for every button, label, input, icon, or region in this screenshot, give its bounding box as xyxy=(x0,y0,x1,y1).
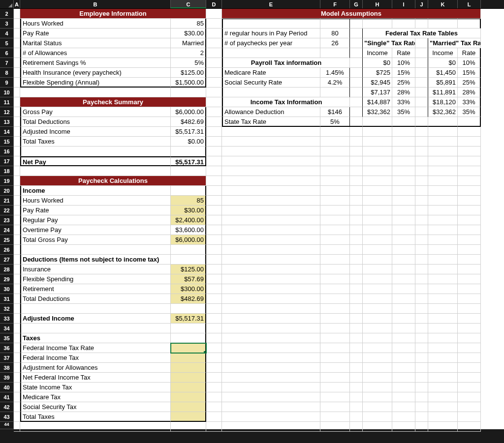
cell-K38[interactable] xyxy=(428,363,458,373)
cell-I3[interactable] xyxy=(392,19,415,29)
cell-D36[interactable] xyxy=(206,343,222,353)
cell-K21[interactable] xyxy=(428,196,458,206)
cell-J44[interactable] xyxy=(415,422,428,432)
cell-E10[interactable] xyxy=(222,88,320,97)
cell-F42[interactable] xyxy=(320,402,350,412)
cell-K29[interactable] xyxy=(428,274,458,284)
cell-H27[interactable] xyxy=(363,255,392,265)
cell-D7[interactable] xyxy=(206,58,222,68)
cell-I7[interactable]: 10% xyxy=(392,58,415,68)
cell-J35[interactable] xyxy=(415,333,428,343)
cell-J6[interactable] xyxy=(415,48,428,58)
cell-B4[interactable]: Pay Rate xyxy=(20,29,171,38)
cell-I41[interactable] xyxy=(392,392,415,402)
cell-C21[interactable]: 85 xyxy=(171,196,206,206)
row-header-16[interactable]: 16 xyxy=(0,147,14,156)
cell-B8[interactable]: Health Insurance (every paycheck) xyxy=(20,68,171,78)
cell-J16[interactable] xyxy=(415,147,428,156)
cell-I31[interactable] xyxy=(392,294,415,304)
cell-G3[interactable] xyxy=(350,19,363,29)
cell-C23[interactable]: $2,400.00 xyxy=(171,215,206,225)
cell-G12[interactable] xyxy=(350,107,363,117)
cell-E37[interactable] xyxy=(222,353,320,363)
cell-I9[interactable]: 25% xyxy=(392,78,415,88)
cell-H36[interactable] xyxy=(363,343,392,353)
cell-F21[interactable] xyxy=(320,196,350,206)
cell-F30[interactable] xyxy=(320,284,350,294)
cell-I11[interactable]: 33% xyxy=(392,97,415,107)
row-header-38[interactable]: 38 xyxy=(0,363,14,373)
cell-J13[interactable] xyxy=(415,117,428,127)
cell-L37[interactable] xyxy=(458,353,481,363)
cell-I14[interactable] xyxy=(392,127,415,137)
cell-G6[interactable] xyxy=(350,48,363,58)
cell-C30[interactable]: $300.00 xyxy=(171,284,206,294)
cell-D21[interactable] xyxy=(206,196,222,206)
cell-L17[interactable] xyxy=(458,156,481,166)
cell-J34[interactable] xyxy=(415,324,428,333)
cell-J26[interactable] xyxy=(415,245,428,255)
row-header-23[interactable]: 23 xyxy=(0,215,14,225)
cell-G13[interactable] xyxy=(350,117,363,127)
cell-I17[interactable] xyxy=(392,156,415,166)
cell-grid[interactable]: Employee InformationModel AssumptionsHou… xyxy=(14,9,504,429)
cell-H43[interactable] xyxy=(363,412,392,422)
cell-L30[interactable] xyxy=(458,284,481,294)
row-header-37[interactable]: 37 xyxy=(0,353,14,363)
cell-E14[interactable] xyxy=(222,127,320,137)
cell-A40[interactable] xyxy=(14,383,20,392)
cell-F35[interactable] xyxy=(320,333,350,343)
cell-B13[interactable]: Total Deductions xyxy=(20,117,171,127)
cell-B27[interactable]: Deductions (Items not subject to income … xyxy=(20,255,171,265)
cell-I32[interactable] xyxy=(392,304,415,314)
cell-B11[interactable]: Paycheck Summary xyxy=(20,97,206,107)
cell-J36[interactable] xyxy=(415,343,428,353)
cell-L18[interactable] xyxy=(458,166,481,176)
cell-J17[interactable] xyxy=(415,156,428,166)
row-header-27[interactable]: 27 xyxy=(0,255,14,265)
cell-G29[interactable] xyxy=(350,274,363,284)
col-header-B[interactable]: B xyxy=(20,0,171,8)
cell-E27[interactable] xyxy=(222,255,320,265)
row-header-35[interactable]: 35 xyxy=(0,333,14,343)
cell-I40[interactable] xyxy=(392,383,415,392)
cell-E32[interactable] xyxy=(222,304,320,314)
row-header-26[interactable]: 26 xyxy=(0,245,14,255)
cell-J29[interactable] xyxy=(415,274,428,284)
cell-I38[interactable] xyxy=(392,363,415,373)
cell-A43[interactable] xyxy=(14,412,20,422)
col-header-H[interactable]: H xyxy=(363,0,392,8)
cell-B36[interactable]: Federal Income Tax Rate xyxy=(20,343,171,353)
cell-J9[interactable] xyxy=(415,78,428,88)
cell-C18[interactable] xyxy=(171,166,206,176)
cell-E23[interactable] xyxy=(222,215,320,225)
col-header-G[interactable]: G xyxy=(350,0,363,8)
cell-H13[interactable] xyxy=(363,117,392,127)
cell-C44[interactable] xyxy=(171,422,206,432)
cell-E30[interactable] xyxy=(222,284,320,294)
cell-E26[interactable] xyxy=(222,245,320,255)
cell-D19[interactable] xyxy=(206,176,222,186)
row-header-34[interactable]: 34 xyxy=(0,324,14,333)
cell-G43[interactable] xyxy=(350,412,363,422)
cell-A11[interactable] xyxy=(14,97,20,107)
cell-C27[interactable] xyxy=(171,255,206,265)
cell-K17[interactable] xyxy=(428,156,458,166)
row-header-9[interactable]: 9 xyxy=(0,78,14,88)
row-header-41[interactable]: 41 xyxy=(0,392,14,402)
cell-B33[interactable]: Adjusted Income xyxy=(20,314,171,324)
cell-K42[interactable] xyxy=(428,402,458,412)
cell-F29[interactable] xyxy=(320,274,350,284)
cell-A13[interactable] xyxy=(14,117,20,127)
col-header-E[interactable]: E xyxy=(222,0,320,8)
cell-B21[interactable]: Hours Worked xyxy=(20,196,171,206)
cell-B18[interactable] xyxy=(20,166,171,176)
cell-B42[interactable]: Social Security Tax xyxy=(20,402,171,412)
cell-K33[interactable] xyxy=(428,314,458,324)
cell-B38[interactable]: Adjustment for Allowances xyxy=(20,363,171,373)
cell-J19[interactable] xyxy=(415,176,428,186)
cell-K8[interactable]: $1,450 xyxy=(428,68,458,78)
cell-I13[interactable] xyxy=(392,117,415,127)
cell-I37[interactable] xyxy=(392,353,415,363)
cell-J40[interactable] xyxy=(415,383,428,392)
